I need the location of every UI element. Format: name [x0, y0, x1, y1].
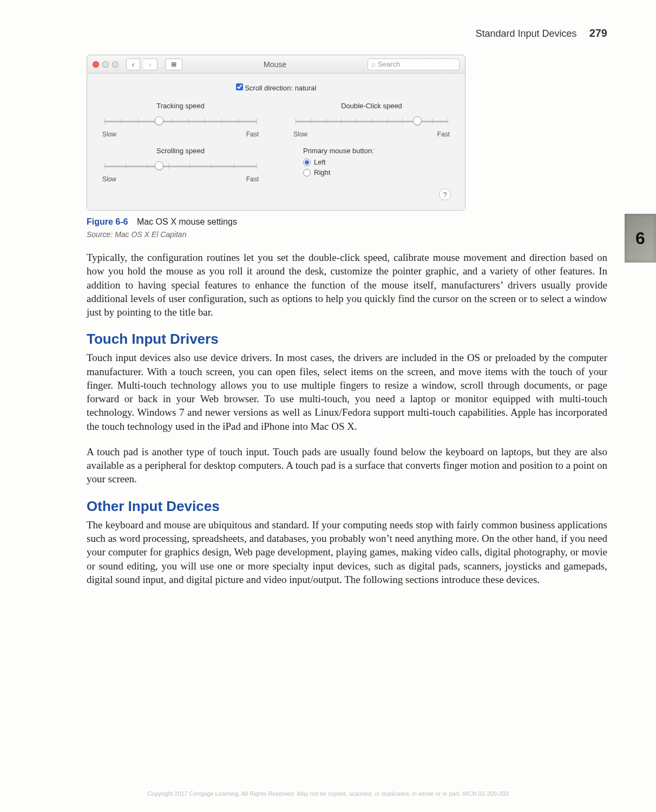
paragraph-other: The keyboard and mouse are ubiquitous an… [87, 518, 607, 586]
help-icon: ? [443, 191, 447, 199]
mac-body: Scroll direction: natural Tracking speed… [87, 74, 465, 210]
primary-button-right[interactable]: Right [303, 168, 451, 176]
search-placeholder: Search [378, 60, 400, 68]
grid-icon: ▦ [171, 61, 177, 68]
forward-button[interactable]: › [143, 58, 158, 70]
radio-label: Right [314, 168, 330, 176]
slider-max-label: Fast [246, 175, 259, 183]
page-number: 279 [589, 27, 607, 39]
slider-min-label: Slow [293, 130, 307, 138]
scroll-direction-label: Scroll direction: natural [245, 84, 316, 92]
search-icon: ⌕ [371, 60, 376, 68]
zoom-icon[interactable] [112, 61, 119, 68]
chevron-right-icon: › [149, 60, 152, 69]
figure-label: Figure 6-6 [87, 217, 128, 226]
figure-text: Mac OS X mouse settings [137, 217, 237, 226]
tracking-speed-slider[interactable] [104, 113, 257, 129]
scrolling-speed-title: Scrolling speed [101, 147, 260, 155]
primary-button-left[interactable]: Left [303, 158, 451, 166]
double-click-title: Double-Click speed [292, 102, 451, 110]
heading-touch: Touch Input Drivers [87, 331, 607, 348]
slider-thumb[interactable] [413, 116, 422, 125]
slider-thumb[interactable] [155, 161, 163, 170]
tracking-speed-title: Tracking speed [101, 102, 260, 110]
slider-min-label: Slow [102, 175, 116, 183]
minimize-icon[interactable] [102, 61, 109, 68]
double-click-slider[interactable] [296, 113, 448, 129]
radio-selected-icon[interactable] [303, 159, 311, 166]
scroll-direction-checkbox[interactable] [236, 83, 243, 90]
section-name: Standard Input Devices [475, 28, 576, 39]
figure-caption: Figure 6-6 Mac OS X mouse settings [87, 217, 607, 227]
chevron-left-icon: ‹ [132, 60, 135, 69]
figure-source: Source: Mac OS X El Capitan [87, 230, 607, 239]
mac-mouse-window: ‹ › ▦ Mouse ⌕ Search Scroll direction: n… [87, 55, 465, 211]
slider-max-label: Fast [246, 130, 259, 138]
chapter-tab: 6 [625, 214, 656, 263]
scrolling-speed-slider[interactable] [104, 158, 257, 174]
chapter-number: 6 [635, 228, 645, 248]
traffic-lights[interactable] [93, 61, 119, 68]
primary-button-title: Primary mouse button: [292, 147, 451, 155]
show-all-button[interactable]: ▦ [165, 58, 182, 70]
slider-thumb[interactable] [155, 116, 163, 125]
close-icon[interactable] [93, 61, 99, 68]
running-header: Standard Input Devices 279 [87, 27, 607, 40]
search-input[interactable]: ⌕ Search [368, 58, 460, 70]
copyright-line: Copyright 2017 Cengage Learning. All Rig… [0, 790, 656, 797]
paragraph-touch-1: Touch input devices also use device driv… [87, 351, 607, 433]
back-button[interactable]: ‹ [126, 58, 140, 70]
scroll-direction-row: Scroll direction: natural [101, 83, 451, 92]
help-button[interactable]: ? [439, 188, 451, 200]
window-title: Mouse [186, 60, 364, 69]
paragraph-touch-2: A touch pad is another type of touch inp… [87, 445, 607, 486]
radio-label: Left [314, 158, 326, 166]
heading-other: Other Input Devices [87, 498, 607, 515]
slider-max-label: Fast [437, 130, 450, 138]
paragraph-config: Typically, the configuration routines le… [87, 251, 607, 319]
double-click-group: Double-Click speed Slow Fast Primary mou… [292, 102, 451, 183]
radio-unselected-icon[interactable] [303, 169, 311, 176]
slider-min-label: Slow [102, 130, 116, 138]
tracking-speed-group: Tracking speed Slow Fast Scrolling speed [101, 102, 260, 183]
mac-titlebar: ‹ › ▦ Mouse ⌕ Search [87, 55, 465, 74]
